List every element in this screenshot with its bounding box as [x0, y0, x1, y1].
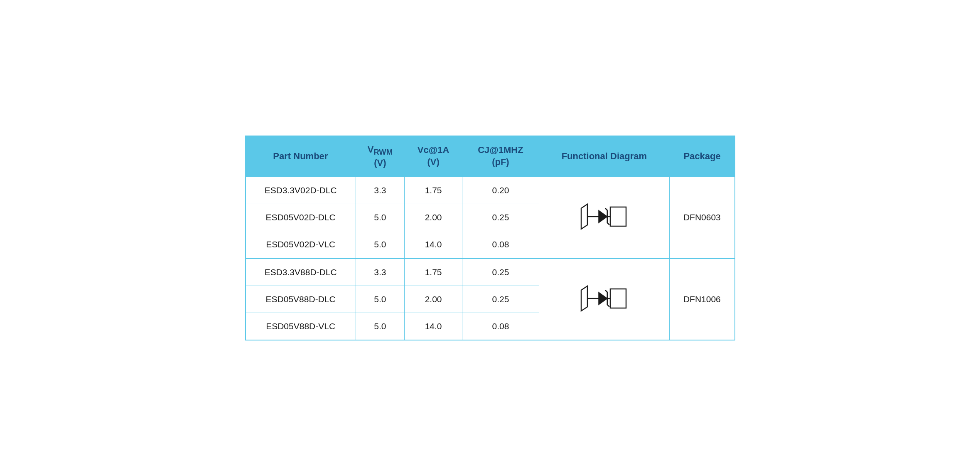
vc-cell: 14.0 [404, 231, 462, 259]
cj-cell: 0.08 [462, 231, 539, 259]
vrwm-cell: 5.0 [356, 313, 404, 340]
parts-table: Part Number VRWM(V) Vc@1A (V) CJ@1MHZ (p… [245, 136, 735, 341]
col-cj: CJ@1MHZ (pF) [462, 136, 539, 177]
vc-cell: 2.00 [404, 286, 462, 313]
part-number-cell: ESD05V02D-VLC [246, 231, 356, 259]
svg-marker-0 [581, 204, 587, 229]
part-number-cell: ESD3.3V88D-DLC [246, 259, 356, 286]
svg-rect-9 [610, 289, 626, 308]
diagram-svg-group1 [579, 202, 629, 231]
part-number-cell: ESD3.3V02D-DLC [246, 177, 356, 204]
vrwm-cell: 3.3 [356, 259, 404, 286]
cj-cell: 0.20 [462, 177, 539, 204]
table-row: ESD3.3V88D-DLC 3.3 1.75 0.25 [246, 259, 735, 286]
package-cell: DFN1006 [670, 259, 735, 340]
package-cell: DFN0603 [670, 177, 735, 259]
svg-line-6 [605, 208, 607, 210]
functional-diagram-group1 [579, 202, 629, 231]
part-number-cell: ESD05V88D-VLC [246, 313, 356, 340]
table-row: ESD3.3V02D-DLC 3.3 1.75 0.20 [246, 177, 735, 204]
vrwm-cell: 5.0 [356, 231, 404, 259]
col-vc: Vc@1A (V) [404, 136, 462, 177]
svg-line-7 [607, 223, 609, 225]
col-package: Package [670, 136, 735, 177]
col-vrwm: VRWM(V) [356, 136, 404, 177]
vc-cell: 1.75 [404, 259, 462, 286]
vrwm-cell: 5.0 [356, 286, 404, 313]
col-part-number: Part Number [246, 136, 356, 177]
cj-cell: 0.25 [462, 286, 539, 313]
part-number-cell: ESD05V02D-DLC [246, 204, 356, 231]
main-table-container: Part Number VRWM(V) Vc@1A (V) CJ@1MHZ (p… [245, 136, 735, 341]
vrwm-cell: 5.0 [356, 204, 404, 231]
cj-cell: 0.25 [462, 259, 539, 286]
diagram-svg-group2 [579, 284, 629, 313]
cj-cell: 0.25 [462, 204, 539, 231]
functional-diagram-group2 [579, 284, 629, 313]
part-number-cell: ESD05V88D-DLC [246, 286, 356, 313]
vc-cell: 1.75 [404, 177, 462, 204]
svg-line-15 [607, 305, 609, 307]
vc-cell: 2.00 [404, 204, 462, 231]
svg-line-14 [605, 290, 607, 292]
functional-diagram-cell [539, 177, 670, 259]
col-functional-diagram: Functional Diagram [539, 136, 670, 177]
vc-cell: 14.0 [404, 313, 462, 340]
header-row: Part Number VRWM(V) Vc@1A (V) CJ@1MHZ (p… [246, 136, 735, 177]
functional-diagram-cell [539, 259, 670, 340]
svg-rect-1 [610, 207, 626, 226]
svg-marker-8 [581, 286, 587, 311]
cj-cell: 0.08 [462, 313, 539, 340]
svg-marker-3 [599, 210, 607, 223]
svg-marker-11 [599, 292, 607, 305]
vrwm-cell: 3.3 [356, 177, 404, 204]
